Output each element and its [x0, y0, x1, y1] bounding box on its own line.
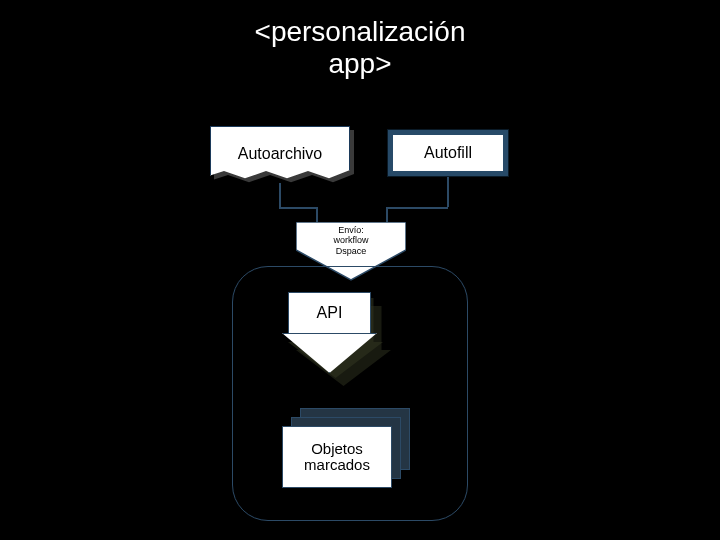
title-line-2: app> — [328, 48, 391, 79]
autoarchivo-node: Autoarchivo — [210, 126, 350, 181]
autofill-label: Autofill — [424, 144, 472, 162]
diagram-title: <personalización app> — [0, 16, 720, 80]
arrow-down-icon — [282, 333, 377, 373]
stack-card-front: Objetos marcados — [282, 426, 392, 488]
connector-line — [279, 183, 281, 207]
objetos-line-1: Objetos — [311, 441, 363, 458]
envio-line-1: Envío: — [338, 225, 364, 235]
autofill-node: Autofill — [388, 130, 508, 176]
connector-line — [447, 177, 449, 207]
autoarchivo-label: Autoarchivo — [210, 126, 350, 181]
objetos-line-2: marcados — [304, 457, 370, 474]
connector-line — [316, 207, 318, 223]
objetos-stack: Objetos marcados — [282, 408, 412, 488]
api-node: API — [282, 292, 377, 372]
api-label: API — [288, 292, 371, 334]
envio-line-2: workflow — [333, 235, 368, 245]
envio-line-3: Dspace — [336, 246, 367, 256]
envio-label: Envío: workflow Dspace — [296, 225, 406, 256]
title-line-1: <personalización — [255, 16, 466, 47]
connector-line — [279, 207, 317, 209]
connector-line — [386, 207, 388, 223]
connector-line — [386, 207, 448, 209]
